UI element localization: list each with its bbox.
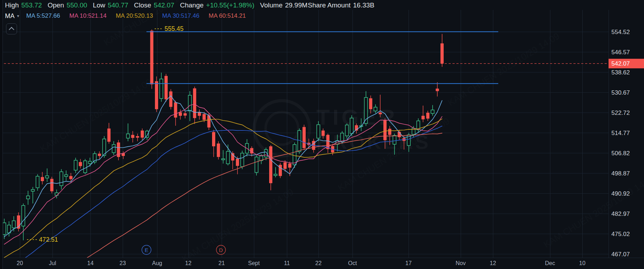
ma30-legend: MA 30:517.46 xyxy=(162,12,199,19)
candle-body xyxy=(283,162,287,169)
diagonal-watermark-text: KAM CHUEN 2025/10/29 14:09 xyxy=(180,186,295,264)
time-axis-label: 12 xyxy=(490,260,496,266)
time-axis-label: 10 xyxy=(579,260,585,266)
earnings-marker[interactable]: E xyxy=(142,245,151,254)
candle-body xyxy=(369,98,372,109)
candle xyxy=(222,150,225,164)
panel-left-divider xyxy=(0,0,3,269)
ma20-legend: MA 20:520.13 xyxy=(116,12,153,19)
candle-body xyxy=(426,113,429,119)
time-axis-label: 12 xyxy=(185,260,191,266)
candle-body xyxy=(3,223,6,235)
collapse-chart-button[interactable] xyxy=(6,23,17,34)
candle-body xyxy=(350,118,353,134)
candle-body xyxy=(379,112,382,114)
candle-body xyxy=(436,89,439,91)
candle-body xyxy=(383,120,387,140)
time-axis-label: 14 xyxy=(87,260,94,266)
candle xyxy=(50,177,54,194)
candle xyxy=(27,191,30,205)
tiger-brokers-watermark: TIGERBROKERSKAM CHUEN 2025/10/29 14:09KA… xyxy=(38,0,644,264)
price-axis-label: 554.52 xyxy=(611,29,630,35)
time-axis-label: 17 xyxy=(405,260,412,266)
candle-body xyxy=(236,159,239,166)
candle-body xyxy=(184,113,187,116)
chevron-down-icon[interactable]: ▾ xyxy=(17,13,19,18)
candle-body xyxy=(440,43,444,63)
price-axis-label: 490.92 xyxy=(611,190,630,197)
candle-body xyxy=(388,129,392,135)
candle xyxy=(274,167,277,178)
candle-body xyxy=(60,172,63,186)
price-axis-label: 467.07 xyxy=(611,251,630,258)
trading-chart-panel: High 553.72 Open 550.00 Low 540.77 Close… xyxy=(0,0,644,269)
time-axis-label: Aug xyxy=(152,260,162,266)
candle xyxy=(236,157,239,174)
time-axis-label: 20 xyxy=(17,260,23,266)
time-axis-label: Oct xyxy=(348,260,357,266)
price-axis[interactable]: 554.52546.57538.62530.67522.72514.77506.… xyxy=(609,29,644,258)
price-marker-label: 472.51 xyxy=(39,236,58,243)
candle-body xyxy=(322,130,325,136)
candle-body xyxy=(374,107,377,111)
candle xyxy=(84,159,87,174)
diagonal-watermark-text: KAM CHUEN 2025/10/29 14:09 xyxy=(38,77,154,154)
candle-body xyxy=(165,76,168,99)
candle xyxy=(165,74,168,102)
ma-indicator-bar: MA ▾ MA 5:527.66 MA 10:521.14 MA 20:520.… xyxy=(5,11,255,21)
candle-body xyxy=(202,114,206,120)
candle-body xyxy=(126,134,129,138)
candle xyxy=(269,145,272,190)
candle-body xyxy=(136,136,139,138)
candle xyxy=(107,123,111,144)
candle xyxy=(169,89,172,110)
candle-body xyxy=(155,81,158,109)
candle-body xyxy=(112,145,115,153)
candle xyxy=(174,101,177,126)
candle-body xyxy=(293,145,296,165)
volume-label: Volume xyxy=(260,1,282,9)
price-axis-label: 475.02 xyxy=(611,231,630,237)
candle xyxy=(198,110,201,120)
candle-body xyxy=(274,174,277,176)
candle-body xyxy=(131,135,134,138)
candle-body xyxy=(345,125,349,136)
time-axis-label: 22 xyxy=(315,260,322,266)
candle xyxy=(31,187,34,204)
candle-body xyxy=(217,144,220,157)
candle-body xyxy=(27,196,30,199)
candle xyxy=(279,163,282,178)
time-axis-label: 11 xyxy=(284,260,290,266)
candle xyxy=(184,111,187,118)
candle-body xyxy=(340,133,344,142)
candle-body xyxy=(88,161,91,164)
candle-body xyxy=(69,176,72,179)
time-axis-label: Nov xyxy=(456,260,466,266)
candle xyxy=(79,159,82,169)
candle xyxy=(255,155,258,175)
time-axis-label: Dec xyxy=(545,260,555,266)
candle-body xyxy=(45,176,49,178)
ma60-legend: MA 60:514.21 xyxy=(209,12,246,19)
event-marker-letter: E xyxy=(145,247,148,253)
candle-body xyxy=(431,110,434,113)
candle-body xyxy=(31,190,34,191)
candle xyxy=(36,174,39,191)
share-amount-label: Share Amount xyxy=(308,1,350,9)
candle-body xyxy=(188,95,191,111)
ma-selector[interactable]: MA ▾ xyxy=(5,12,19,20)
close-label: Close xyxy=(134,1,151,9)
candle-body xyxy=(160,79,163,99)
time-axis[interactable]: 20Jul1423Aug1221Sept1122Oct17Nov12Dec10 xyxy=(17,260,585,266)
candle-body xyxy=(141,130,144,138)
candle-body xyxy=(317,125,320,138)
share-amount-value: 16.33B xyxy=(353,1,374,9)
price-axis-label: 514.77 xyxy=(611,130,630,136)
chart-canvas[interactable]: TIGERBROKERSKAM CHUEN 2025/10/29 14:09KA… xyxy=(0,0,644,269)
candle-body xyxy=(74,160,77,170)
candle xyxy=(231,151,234,169)
low-label: Low xyxy=(93,1,105,9)
dividend-marker[interactable]: D xyxy=(216,245,226,254)
time-axis-label: Sept xyxy=(248,260,260,266)
time-axis-label: 23 xyxy=(120,260,126,266)
